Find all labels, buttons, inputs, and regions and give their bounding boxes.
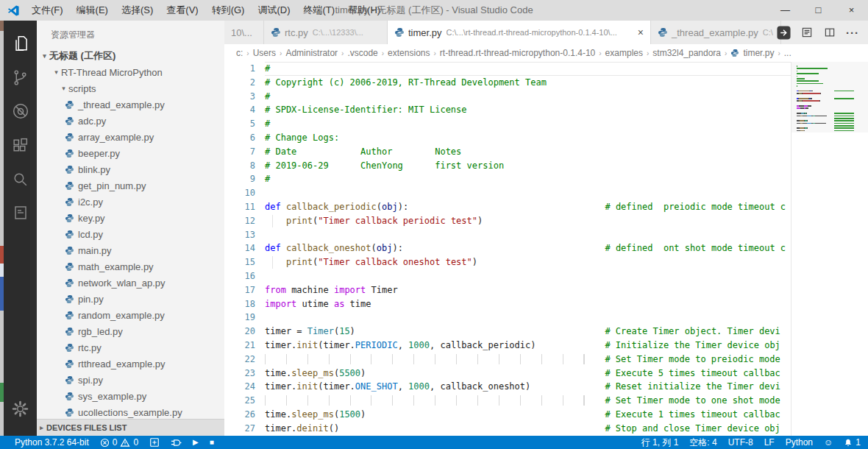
tree-item-file[interactable]: math_example.py <box>37 258 224 275</box>
tree-item-file[interactable]: random_example.py <box>37 307 224 323</box>
code-line-11[interactable]: 11def callback_periodic(obj): # defined … <box>224 200 791 214</box>
stop-button[interactable]: ■ <box>210 436 214 449</box>
tab-10...[interactable]: 10\... <box>224 21 264 44</box>
line-content[interactable]: time.sleep_ms(1500) # Execute 1 times ti… <box>265 408 791 422</box>
breadcrumb-item-2[interactable]: Administrator <box>284 48 339 58</box>
code-line-16[interactable]: 16 <box>224 269 791 283</box>
breadcrumb-item-0[interactable]: c: <box>235 48 244 58</box>
line-content[interactable]: # Set Timer mode to one shot mode <box>265 394 791 408</box>
line-content[interactable]: timer.init(timer.PERIODIC, 1000, callbac… <box>265 339 791 353</box>
breadcrumb-item-7[interactable]: stm32l4_pandora <box>651 48 722 58</box>
tab-rtc.py[interactable]: rtc.pyC:\...\12333\... <box>264 21 388 44</box>
line-content[interactable] <box>265 311 791 325</box>
tree-item-file[interactable]: blink.py <box>37 161 224 177</box>
code-line-1[interactable]: 1# <box>224 62 791 76</box>
line-content[interactable]: # 2019-06-29 ChenYong first version <box>265 159 791 173</box>
explorer-icon[interactable] <box>4 26 37 60</box>
docs-icon[interactable] <box>4 196 37 230</box>
code-line-4[interactable]: 4# SPDX-License-Identifier: MIT License <box>224 103 791 117</box>
code-line-7[interactable]: 7# Date Author Notes <box>224 145 791 159</box>
tab-_thread_example.py[interactable]: _thread_example.pyC:\ <box>651 21 781 44</box>
breadcrumb-item-4[interactable]: extensions <box>386 48 431 58</box>
rt-thread-download-icon[interactable] <box>777 26 791 40</box>
code-line-14[interactable]: 14def callback_oneshot(obj): # defined o… <box>224 241 791 255</box>
menu-item-5[interactable]: 调试(D) <box>251 0 296 21</box>
minimize-button[interactable]: — <box>769 0 802 21</box>
tree-item-folder[interactable]: ▾scripts <box>37 80 224 96</box>
tree-item-file[interactable]: i2c.py <box>37 194 224 210</box>
tree-item-file[interactable]: _thread_example.py <box>37 96 224 113</box>
settings-gear-icon[interactable] <box>4 392 37 425</box>
menu-item-2[interactable]: 选择(S) <box>115 0 160 21</box>
code-line-20[interactable]: 20timer = Timer(15) # Create Timer objec… <box>224 325 791 339</box>
tree-item-file[interactable]: network_wlan_ap.py <box>37 275 224 291</box>
close-button[interactable]: × <box>835 0 868 21</box>
tree-item-file[interactable]: get_pin_num.py <box>37 177 224 194</box>
devices-files-list-section[interactable]: ▸ DEVICES FILES LIST <box>37 419 224 436</box>
code-line-23[interactable]: 23time.sleep_ms(5500) # Execute 5 times … <box>224 367 791 381</box>
encoding[interactable]: UTF-8 <box>728 436 753 449</box>
line-content[interactable] <box>265 228 791 242</box>
debug-disabled-icon[interactable] <box>4 94 37 128</box>
language-mode[interactable]: Python <box>786 436 813 449</box>
line-content[interactable]: timer.deinit() # Stop and close Timer de… <box>265 422 791 436</box>
source-control-icon[interactable] <box>4 60 37 94</box>
breadcrumb-item-5[interactable]: rt-thread.rt-thread-micropython-0.1.4-10 <box>438 48 597 58</box>
line-content[interactable]: # <box>265 117 791 131</box>
line-content[interactable]: def callback_oneshot(obj): # defined ont… <box>265 241 791 255</box>
line-content[interactable]: timer = Timer(15) # Create Timer object.… <box>265 325 791 339</box>
tree-item-file[interactable]: main.py <box>37 242 224 258</box>
more-actions-icon[interactable]: ··· <box>846 26 859 39</box>
connect-device-button[interactable] <box>171 438 182 448</box>
feedback-smiley-icon[interactable]: ☺ <box>824 436 833 449</box>
line-content[interactable]: # Date Author Notes <box>265 145 791 159</box>
breadcrumb-item-6[interactable]: examples <box>604 48 644 58</box>
extensions-icon[interactable] <box>4 128 37 162</box>
tree-item-file[interactable]: rtc.py <box>37 339 224 356</box>
code-line-2[interactable]: 2# Copyright (c) 2006-2019, RT-Thread De… <box>224 76 791 90</box>
problems-indicator[interactable]: 0 0 <box>100 436 138 449</box>
line-content[interactable]: print("Timer callback oneshot test") <box>265 255 791 269</box>
line-content[interactable] <box>265 269 791 283</box>
open-preview-icon[interactable] <box>800 26 814 39</box>
line-content[interactable]: timer.init(timer.ONE_SHOT, 1000, callbac… <box>265 380 791 394</box>
tree-item-folder[interactable]: ▾无标题 (工作区) <box>37 48 224 64</box>
code-line-5[interactable]: 5# <box>224 117 791 131</box>
search-icon[interactable] <box>4 162 37 196</box>
code-line-8[interactable]: 8# 2019-06-29 ChenYong first version <box>224 159 791 173</box>
tree-item-file[interactable]: rtthread_example.py <box>37 356 224 372</box>
cursor-position[interactable]: 行 1, 列 1 <box>641 436 679 449</box>
breadcrumb-item-3[interactable]: .vscode <box>346 48 379 58</box>
eol-sequence[interactable]: LF <box>764 436 775 449</box>
maximize-button[interactable]: □ <box>802 0 835 21</box>
minimap[interactable] <box>791 62 868 436</box>
code-line-17[interactable]: 17from machine import Timer <box>224 283 791 297</box>
menu-item-3[interactable]: 查看(V) <box>160 0 204 21</box>
line-content[interactable] <box>265 186 791 200</box>
code-line-19[interactable]: 19 <box>224 311 791 325</box>
code-editor[interactable]: 1#2# Copyright (c) 2006-2019, RT-Thread … <box>224 62 868 436</box>
breadcrumb-item-8[interactable]: timer.py <box>741 48 775 58</box>
notifications-bell[interactable]: 1 <box>844 436 861 449</box>
tree-item-file[interactable]: beeper.py <box>37 145 224 161</box>
code-line-6[interactable]: 6# Change Logs: <box>224 131 791 145</box>
tree-item-file[interactable]: ucollections_example.py <box>37 404 224 419</box>
code-line-21[interactable]: 21timer.init(timer.PERIODIC, 1000, callb… <box>224 339 791 353</box>
code-line-12[interactable]: 12 print("Timer callback periodic test") <box>224 214 791 228</box>
tree-item-file[interactable]: sys_example.py <box>37 388 224 404</box>
code-line-15[interactable]: 15 print("Timer callback oneshot test") <box>224 255 791 269</box>
menu-item-1[interactable]: 编辑(E) <box>70 0 115 21</box>
code-line-22[interactable]: 22 # Set Timer mode to preiodic mode <box>224 353 791 367</box>
tab-timer.py[interactable]: timer.pyC:\...\rt-thread.rt-thread-micro… <box>388 21 651 44</box>
breadcrumb-item-1[interactable]: Users <box>252 48 277 58</box>
line-content[interactable]: print("Timer callback periodic test") <box>265 214 791 228</box>
menu-item-0[interactable]: 文件(F) <box>25 0 70 21</box>
tree-item-file[interactable]: array_example.py <box>37 129 224 145</box>
code-line-9[interactable]: 9# <box>224 172 791 186</box>
code-line-3[interactable]: 3# <box>224 90 791 104</box>
line-content[interactable]: # SPDX-License-Identifier: MIT License <box>265 103 791 117</box>
line-content[interactable]: def callback_periodic(obj): # defined pr… <box>265 200 791 214</box>
code-lines[interactable]: 1#2# Copyright (c) 2006-2019, RT-Thread … <box>224 62 791 436</box>
tree-item-file[interactable]: lcd.py <box>37 226 224 242</box>
line-content[interactable]: # <box>265 90 791 104</box>
